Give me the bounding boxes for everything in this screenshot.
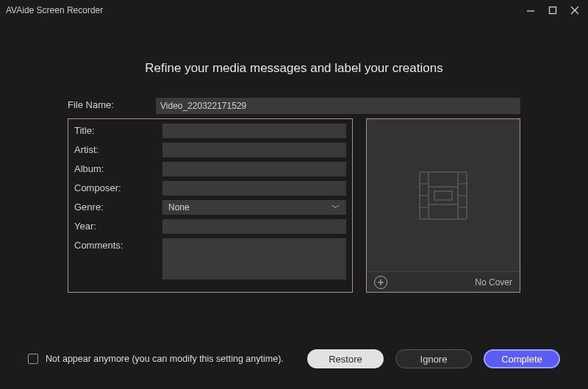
title-row: Title: xyxy=(74,124,346,138)
composer-input[interactable] xyxy=(162,181,346,196)
album-row: Album: xyxy=(74,162,346,176)
year-row: Year: xyxy=(74,219,346,234)
not-appear-label: Not appear anymore (you can modify this … xyxy=(46,354,284,364)
file-name-input[interactable] xyxy=(156,98,520,114)
chevron-down-icon: ﹀ xyxy=(331,201,340,214)
genre-select-value: None xyxy=(168,202,190,213)
maximize-icon xyxy=(548,5,558,15)
close-button[interactable] xyxy=(567,3,582,18)
genre-row: Genre: None ﹀ xyxy=(74,200,346,215)
minimize-icon xyxy=(526,5,536,15)
composer-row: Composer: xyxy=(74,181,346,196)
metadata-panel: Title: Artist: Album: Composer: Genre: xyxy=(68,118,353,293)
cover-footer: No Cover xyxy=(367,271,520,292)
file-name-row: File Name: xyxy=(68,98,520,114)
genre-label: Genre: xyxy=(74,200,162,213)
year-input[interactable] xyxy=(162,219,346,234)
artist-input[interactable] xyxy=(162,143,346,157)
title-bar: AVAide Screen Recorder xyxy=(0,0,588,21)
comments-input[interactable] xyxy=(162,238,346,279)
form-area: File Name: Title: Artist: Album: xyxy=(0,98,588,293)
window-title: AVAide Screen Recorder xyxy=(6,5,103,15)
file-name-label: File Name: xyxy=(68,98,156,110)
album-label: Album: xyxy=(74,162,162,174)
genre-select[interactable]: None ﹀ xyxy=(162,200,346,215)
svg-rect-1 xyxy=(550,7,556,14)
content-area: Refine your media messages and label you… xyxy=(0,21,588,389)
album-input[interactable] xyxy=(162,162,346,176)
comments-label: Comments: xyxy=(74,238,162,251)
page-heading: Refine your media messages and label you… xyxy=(0,21,588,98)
minimize-button[interactable] xyxy=(523,3,538,18)
cover-placeholder xyxy=(367,119,520,271)
add-cover-button[interactable] xyxy=(374,276,387,289)
two-column-area: Title: Artist: Album: Composer: Genre: xyxy=(68,118,520,293)
ignore-button[interactable]: Ignore xyxy=(395,349,472,368)
title-label: Title: xyxy=(74,124,162,136)
year-label: Year: xyxy=(74,219,162,232)
artist-label: Artist: xyxy=(74,143,162,155)
title-input[interactable] xyxy=(162,124,346,138)
film-strip-icon xyxy=(409,162,477,229)
plus-icon xyxy=(377,279,384,286)
restore-button[interactable]: Restore xyxy=(307,349,384,368)
composer-label: Composer: xyxy=(74,181,162,193)
bottom-bar: Not appear anymore (you can modify this … xyxy=(0,349,588,368)
action-buttons: Restore Ignore Complete xyxy=(307,349,560,368)
cover-panel: No Cover xyxy=(366,118,520,293)
no-cover-label: No Cover xyxy=(475,277,512,288)
close-icon xyxy=(570,5,580,15)
artist-row: Artist: xyxy=(74,143,346,157)
comments-row: Comments: xyxy=(74,238,346,282)
not-appear-checkbox[interactable] xyxy=(28,354,38,364)
complete-button[interactable]: Complete xyxy=(484,349,560,368)
window-controls xyxy=(523,3,582,18)
maximize-button[interactable] xyxy=(545,3,560,18)
svg-rect-9 xyxy=(434,191,452,200)
